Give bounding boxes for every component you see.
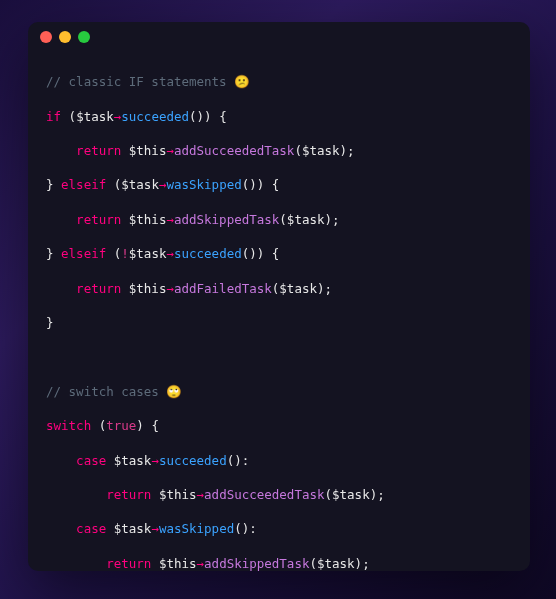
window-titlebar [28, 22, 530, 52]
comment: // switch cases 🙄 [46, 384, 182, 399]
keyword-case: case [76, 453, 106, 468]
keyword-switch: switch [46, 418, 91, 433]
keyword-if: if [46, 109, 61, 124]
zoom-icon[interactable] [78, 31, 90, 43]
code-block: // classic IF statements 😕 if ($task→suc… [28, 52, 530, 571]
close-icon[interactable] [40, 31, 52, 43]
comment: // classic IF statements 😕 [46, 74, 250, 89]
keyword-elseif: elseif [61, 177, 106, 192]
minimize-icon[interactable] [59, 31, 71, 43]
keyword-return: return [76, 143, 121, 158]
code-window: // classic IF statements 😕 if ($task→suc… [28, 22, 530, 571]
